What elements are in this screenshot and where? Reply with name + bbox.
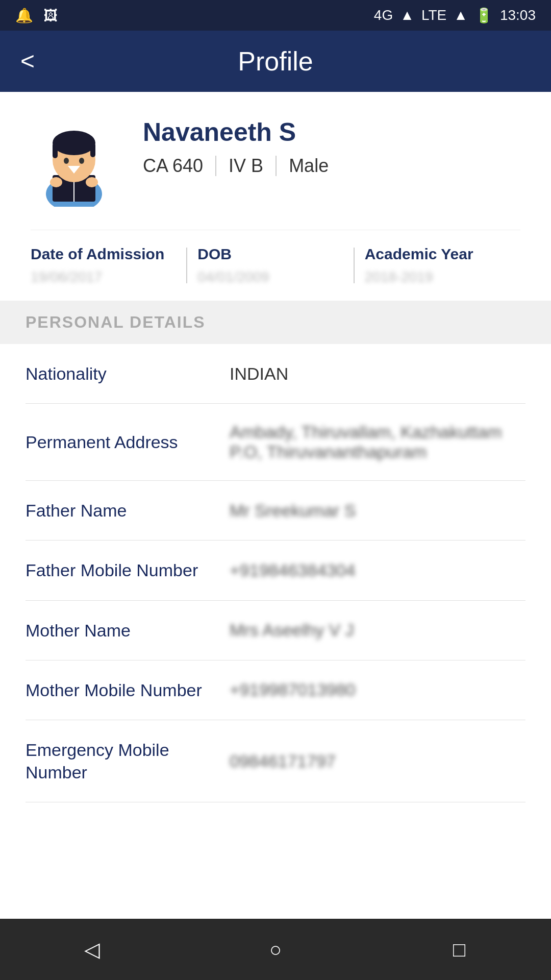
time-display: 13:03 (500, 7, 536, 23)
network-4g-label: 4G (374, 7, 393, 23)
section-title: PERSONAL DETAILS (26, 313, 206, 331)
notification-icon: 🔔 (15, 7, 33, 24)
admission-value: 19/06/2017 (31, 269, 102, 285)
profile-info: Navaneeth S CA 640 IV B Male (143, 112, 341, 177)
svg-point-11 (86, 177, 98, 187)
profile-stats: Date of Admission 19/06/2017 DOB 04/01/2… (31, 230, 520, 301)
status-bar-left: 🔔 🖼 (15, 7, 58, 24)
detail-label: Father Name (26, 499, 219, 522)
detail-label: Emergency Mobile Number (26, 739, 219, 783)
detail-value: Mr Sreekumar S (230, 501, 525, 521)
detail-value: +919987013980 (230, 680, 525, 700)
stat-dob: DOB 04/01/2009 (187, 246, 353, 285)
detail-value: 09846171797 (230, 751, 525, 771)
svg-point-8 (64, 158, 69, 164)
academic-year-value: 2018-2019 (365, 269, 433, 285)
roll-number: CA 640 (143, 155, 215, 177)
svg-rect-7 (90, 143, 95, 157)
detail-row: Father Mobile Number+919846384304 (26, 541, 525, 600)
svg-point-9 (79, 158, 84, 164)
academic-year-label: Academic Year (365, 246, 473, 263)
profile-meta: CA 640 IV B Male (143, 155, 341, 177)
detail-row: NationalityINDIAN (26, 344, 525, 404)
bottom-navigation: ◁ ○ □ (0, 919, 551, 980)
avatar (26, 112, 122, 209)
detail-row: Mother Mobile Number+919987013980 (26, 660, 525, 720)
stat-admission: Date of Admission 19/06/2017 (31, 246, 186, 285)
detail-label: Nationality (26, 362, 219, 385)
nav-back-button[interactable]: ◁ (71, 929, 112, 970)
detail-label: Permanent Address (26, 431, 219, 453)
personal-details-list: NationalityINDIANPermanent AddressAmbady… (0, 344, 551, 802)
detail-value: INDIAN (230, 364, 525, 384)
svg-point-5 (53, 131, 95, 155)
dob-value: 04/01/2009 (197, 269, 269, 285)
lte-label: LTE (421, 7, 446, 23)
detail-row: Permanent AddressAmbady, Thiruvallam, Ka… (26, 404, 525, 481)
profile-name: Navaneeth S (143, 117, 341, 147)
battery-icon: 🔋 (475, 7, 493, 24)
status-bar: 🔔 🖼 4G ▲ LTE ▲ 🔋 13:03 (0, 0, 551, 31)
nav-recent-button[interactable]: □ (439, 929, 480, 970)
app-header: < Profile (0, 31, 551, 92)
signal-icon-2: ▲ (454, 7, 468, 23)
dob-label: DOB (197, 246, 232, 263)
detail-value: Ambady, Thiruvallam, Kazhakuttam P.O, Th… (230, 422, 525, 462)
stat-academic-year: Academic Year 2018-2019 (355, 246, 520, 285)
gender: Male (277, 155, 341, 177)
detail-value: Mrs Aseelhy V J (230, 620, 525, 640)
back-button[interactable]: < (20, 49, 35, 74)
svg-point-10 (50, 177, 62, 187)
nav-home-button[interactable]: ○ (255, 929, 296, 970)
personal-details-section-header: PERSONAL DETAILS (0, 301, 551, 344)
page-title: Profile (238, 46, 313, 77)
detail-label: Mother Name (26, 619, 219, 642)
detail-row: Emergency Mobile Number09846171797 (26, 720, 525, 802)
admission-label: Date of Admission (31, 246, 164, 263)
status-bar-right: 4G ▲ LTE ▲ 🔋 13:03 (374, 7, 536, 24)
svg-rect-6 (53, 143, 58, 158)
signal-icon: ▲ (400, 7, 414, 23)
class-section: IV B (216, 155, 276, 177)
profile-top: Navaneeth S CA 640 IV B Male (26, 112, 525, 209)
detail-row: Mother NameMrs Aseelhy V J (26, 601, 525, 660)
detail-label: Mother Mobile Number (26, 679, 219, 701)
detail-row: Father NameMr Sreekumar S (26, 481, 525, 541)
detail-label: Father Mobile Number (26, 559, 219, 581)
profile-card: Navaneeth S CA 640 IV B Male Date of Adm… (0, 92, 551, 301)
detail-value: +919846384304 (230, 560, 525, 580)
image-icon: 🖼 (43, 7, 58, 24)
